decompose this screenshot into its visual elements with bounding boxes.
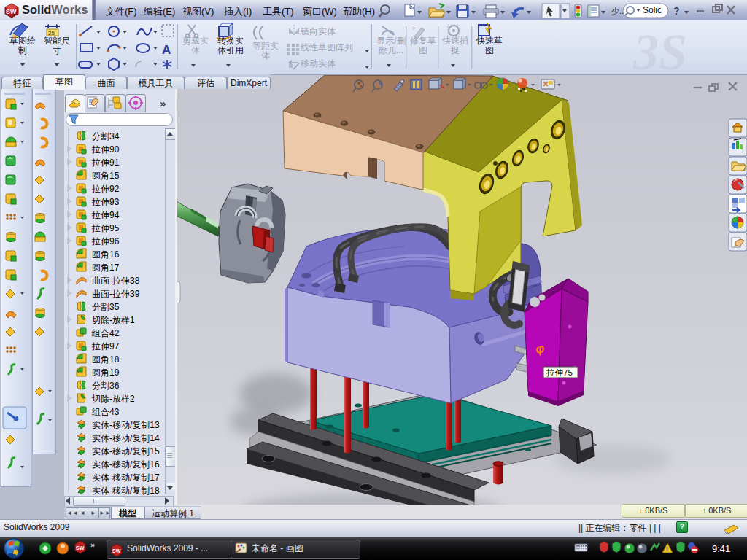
svg-text:SW: SW bbox=[112, 548, 121, 553]
svg-text:拉伸75: 拉伸75 bbox=[546, 368, 573, 377]
svg-text:SW: SW bbox=[76, 545, 85, 551]
svg-text:Solic: Solic bbox=[643, 5, 662, 15]
svg-text:+: + bbox=[411, 24, 416, 32]
svg-text:A: A bbox=[162, 43, 171, 57]
svg-text:少..: 少.. bbox=[611, 7, 624, 15]
svg-text:!: ! bbox=[666, 545, 668, 553]
svg-text:»: » bbox=[90, 540, 95, 549]
svg-text:?: ? bbox=[673, 5, 680, 17]
svg-text:SW: SW bbox=[6, 8, 17, 15]
